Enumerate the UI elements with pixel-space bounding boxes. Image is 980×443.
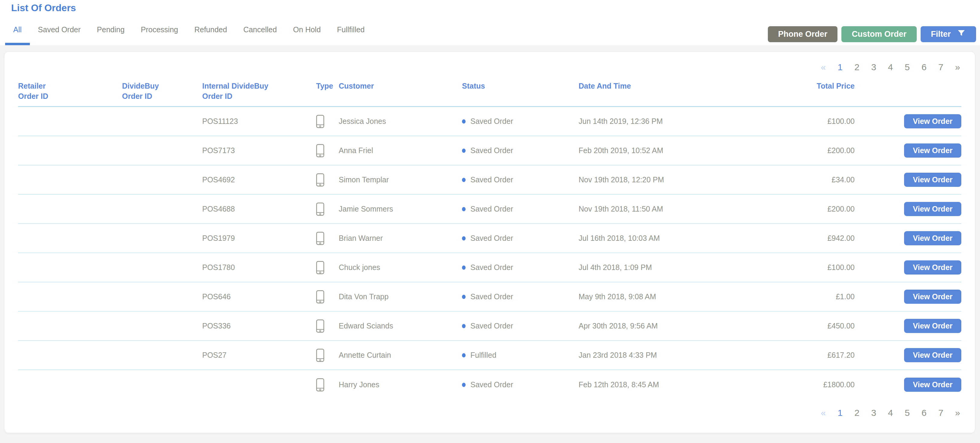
status-cell: Saved Order	[462, 234, 579, 242]
tab-all[interactable]: All	[5, 25, 30, 45]
mobile-phone-icon	[316, 378, 339, 392]
top-bar: List Of Orders AllSaved OrderPendingProc…	[0, 0, 980, 45]
column-header: Internal DivideBuyOrder ID	[202, 81, 316, 101]
date-time-cell: Jan 23rd 2018 4:33 PM	[579, 351, 752, 360]
type-cell	[316, 115, 339, 128]
total-price-cell: £450.00	[752, 322, 854, 330]
internal-order-id-cell: POS1780	[202, 263, 316, 272]
status-dot-icon	[462, 353, 466, 357]
tab-processing[interactable]: Processing	[133, 25, 186, 45]
pagination-prev[interactable]: «	[820, 408, 827, 418]
pagination-next[interactable]: »	[954, 408, 961, 418]
pagination-bottom: «1234567»	[18, 400, 961, 426]
mobile-phone-icon	[316, 290, 339, 303]
status-cell: Saved Order	[462, 205, 579, 214]
pagination-next[interactable]: »	[954, 62, 961, 72]
view-order-button[interactable]: View Order	[904, 319, 961, 333]
pagination-page-5[interactable]: 5	[904, 408, 911, 418]
status-dot-icon	[462, 148, 466, 153]
column-header: Date And Time	[579, 81, 752, 91]
pagination-page-5[interactable]: 5	[904, 62, 911, 72]
pagination-page-4[interactable]: 4	[887, 408, 894, 418]
status-dot-icon	[462, 383, 466, 387]
status-cell: Saved Order	[462, 117, 579, 126]
action-cell: View Order	[854, 319, 961, 333]
content-background: «1234567» RetailerOrder IDDivideBuyOrder…	[0, 45, 980, 443]
view-order-button[interactable]: View Order	[904, 231, 961, 245]
pagination-page-3[interactable]: 3	[870, 62, 878, 72]
pagination-page-7[interactable]: 7	[937, 62, 945, 72]
customer-cell: Jessica Jones	[339, 117, 462, 126]
view-order-button[interactable]: View Order	[904, 378, 961, 392]
status-label: Saved Order	[471, 146, 513, 155]
action-cell: View Order	[854, 260, 961, 274]
mobile-phone-icon	[316, 232, 339, 245]
action-cell: View Order	[854, 290, 961, 304]
pagination-page-1[interactable]: 1	[837, 62, 844, 72]
custom-order-button[interactable]: Custom Order	[842, 26, 917, 42]
custom-order-label: Custom Order	[852, 30, 907, 39]
internal-order-id-cell: POS11123	[202, 117, 316, 126]
tab-fullfilled[interactable]: Fullfilled	[329, 25, 373, 45]
date-time-cell: Apr 30th 2018, 9:56 AM	[579, 322, 752, 330]
view-order-button[interactable]: View Order	[904, 143, 961, 158]
table-row: POS646 Dita Von Trapp Saved Order May 9t…	[18, 282, 961, 312]
pagination-page-2[interactable]: 2	[853, 408, 861, 418]
view-order-button[interactable]: View Order	[904, 173, 961, 187]
table-row: POS336 Edward Sciands Saved Order Apr 30…	[18, 312, 961, 341]
pagination-page-6[interactable]: 6	[920, 408, 928, 418]
date-time-cell: Nov 19th 2018, 12:20 PM	[579, 175, 752, 184]
status-dot-icon	[462, 266, 466, 270]
view-order-button[interactable]: View Order	[904, 202, 961, 216]
total-price-cell: £100.00	[752, 263, 854, 272]
view-order-button[interactable]: View Order	[904, 114, 961, 128]
column-header: Status	[462, 81, 579, 91]
tab-refunded[interactable]: Refunded	[186, 25, 235, 45]
pagination-page-4[interactable]: 4	[887, 62, 894, 72]
pagination-page-7[interactable]: 7	[937, 408, 945, 418]
mobile-phone-icon	[316, 319, 339, 333]
status-label: Saved Order	[471, 234, 513, 242]
view-order-button[interactable]: View Order	[904, 260, 961, 274]
customer-cell: Annette Curtain	[339, 351, 462, 360]
status-cell: Saved Order	[462, 263, 579, 272]
mobile-phone-icon	[316, 349, 339, 362]
status-label: Saved Order	[471, 117, 513, 126]
table-row: POS1979 Brian Warner Saved Order Jul 16t…	[18, 224, 961, 253]
view-order-button[interactable]: View Order	[904, 348, 961, 362]
action-cell: View Order	[854, 173, 961, 187]
mobile-phone-icon	[316, 261, 339, 274]
filter-button[interactable]: Filter	[921, 26, 976, 42]
status-dot-icon	[462, 178, 466, 182]
status-label: Saved Order	[471, 322, 513, 330]
internal-order-id-cell: POS336	[202, 322, 316, 330]
phone-order-button[interactable]: Phone Order	[768, 26, 838, 42]
type-cell	[316, 349, 339, 362]
customer-cell: Simon Templar	[339, 175, 462, 184]
pagination-page-6[interactable]: 6	[920, 62, 928, 72]
customer-cell: Dita Von Trapp	[339, 292, 462, 301]
view-order-button[interactable]: View Order	[904, 290, 961, 304]
date-time-cell: Feb 12th 2018, 8:45 AM	[579, 380, 752, 389]
pagination-page-3[interactable]: 3	[870, 408, 878, 418]
internal-order-id-cell: POS7173	[202, 146, 316, 155]
page-title: List Of Orders	[11, 2, 76, 14]
status-tabs: AllSaved OrderPendingProcessingRefundedC…	[5, 25, 373, 45]
tab-on-hold[interactable]: On Hold	[285, 25, 329, 45]
pagination-prev[interactable]: «	[820, 62, 827, 72]
pagination-page-1[interactable]: 1	[837, 408, 844, 418]
tab-pending[interactable]: Pending	[89, 25, 133, 45]
order-list-screen: List Of Orders AllSaved OrderPendingProc…	[0, 0, 980, 443]
tab-saved-order[interactable]: Saved Order	[30, 25, 89, 45]
filter-icon	[957, 29, 966, 40]
status-label: Saved Order	[471, 380, 513, 389]
status-label: Saved Order	[471, 205, 513, 214]
orders-panel: «1234567» RetailerOrder IDDivideBuyOrder…	[4, 51, 975, 433]
status-label: Saved Order	[471, 292, 513, 301]
table-row: POS4692 Simon Templar Saved Order Nov 19…	[18, 166, 961, 195]
status-cell: Saved Order	[462, 175, 579, 184]
pagination-page-2[interactable]: 2	[853, 62, 861, 72]
tab-cancelled[interactable]: Cancelled	[235, 25, 285, 45]
action-cell: View Order	[854, 202, 961, 216]
table-body: POS11123 Jessica Jones Saved Order Jun 1…	[18, 107, 961, 399]
